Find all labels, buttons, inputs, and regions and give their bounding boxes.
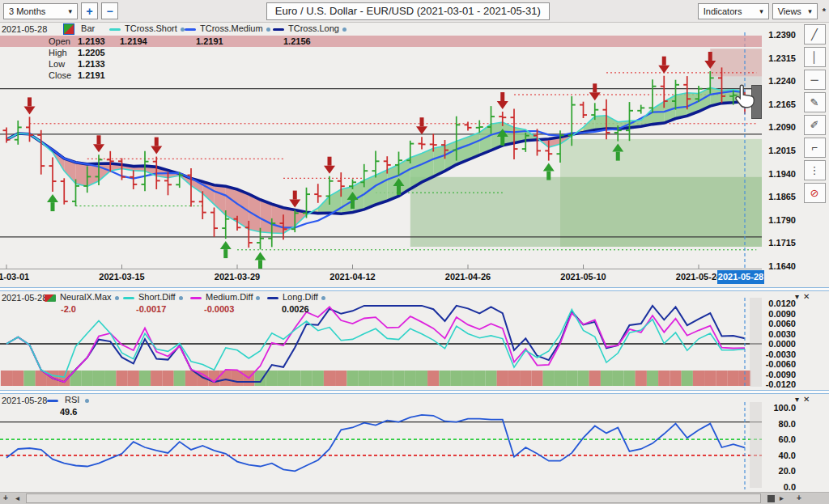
date-tick: 2021-04-26 (445, 272, 491, 282)
close-panel-icon[interactable]: ✕ (803, 292, 810, 301)
collapse-panel-icon[interactable]: ▾ (795, 395, 799, 404)
collapse-panel-icon[interactable]: ▾ (795, 292, 799, 301)
selected-date-badge: 2021-05-28 (717, 270, 764, 284)
settings-dot-icon[interactable] (115, 296, 119, 300)
settings-dot-icon[interactable] (256, 296, 260, 300)
series-label: Short.Diff (138, 292, 176, 302)
series-label: TCross.Medium (200, 23, 263, 33)
scroll-add-button-right[interactable]: + (797, 493, 801, 504)
ohlc-label-close: Close (49, 70, 71, 80)
marker-tool[interactable]: ✐ (804, 115, 826, 135)
more-tools[interactable]: ⋮ (804, 160, 826, 180)
series-value: 1.2191 (196, 36, 223, 46)
legend-item-tcross.medium[interactable]: TCross.Medium (185, 23, 270, 33)
scroll-left-arrow[interactable]: ◂ (15, 493, 19, 504)
date-axis[interactable]: 2021-05-28 2021-03-012021-03-152021-03-2… (0, 269, 762, 287)
legend-item-tcross.short[interactable]: TCross.Short (109, 23, 185, 33)
oscillator-tick: 0.0120 (762, 299, 796, 308)
angle-line-tool[interactable]: ⌐ (804, 138, 826, 158)
horizontal-scrollbar-thumb[interactable] (26, 493, 761, 503)
rsi-panel[interactable]: 2021-05-28 RSI 49.6 100.080.060.040.020.… (0, 394, 829, 492)
series-value: 0.0026 (282, 304, 309, 314)
legend-item-neuralx.max[interactable]: NeuralX.Max (45, 292, 119, 302)
ohlc-value-close: 1.2191 (78, 70, 105, 80)
settings-dot-icon[interactable] (266, 28, 270, 32)
rsi-axis[interactable]: 100.080.060.040.020.00.0 (762, 394, 797, 492)
settings-dot-icon[interactable] (321, 296, 325, 300)
rsi-tick: 20.0 (762, 466, 796, 476)
series-label: NeuralX.Max (60, 292, 112, 302)
chart-title: Euro / U.S. Dollar - EUR/USD (2021-03-01… (266, 2, 550, 20)
neuralx-icon (45, 294, 56, 302)
trading-app: 3 Months ▾ + − Euro / U.S. Dollar - EUR/… (0, 0, 829, 504)
indicators-dropdown[interactable]: Indicators ▾ (698, 3, 769, 19)
rsi-line-icon (47, 400, 58, 402)
line-tool[interactable]: ╱ (804, 24, 826, 44)
rsi-canvas[interactable] (0, 394, 829, 492)
top-toolbar: 3 Months ▾ + − Euro / U.S. Dollar - EUR/… (0, 0, 829, 23)
rsi-tick: 0.0 (762, 482, 796, 492)
horizontal-scrollbar[interactable]: + ◂ ▸ + (0, 492, 829, 504)
price-chart-canvas[interactable] (0, 23, 829, 287)
rsi-tick: 60.0 (762, 434, 796, 444)
close-panel-icon[interactable]: ✕ (803, 395, 810, 404)
rsi-legend[interactable]: RSI (47, 395, 89, 404)
mid-legend-date: 2021-05-28 (2, 293, 47, 303)
ohlc-value-low: 1.2133 (78, 59, 105, 69)
date-tick: 2021-03-01 (0, 272, 29, 282)
price-tick: 1.2240 (762, 76, 796, 86)
price-tick: 1.1865 (762, 192, 796, 201)
vertical-line-tool[interactable]: │ (804, 47, 826, 67)
series-line-icon (273, 28, 284, 31)
settings-dot-icon[interactable] (179, 296, 183, 300)
oscillator-axis[interactable]: 0.01200.00900.00600.00300.0000-0.0030-0.… (762, 291, 797, 390)
date-tick: 2021-05-24 (676, 272, 721, 282)
price-chart-panel[interactable]: 2021-05-28 Bar TCross.Short1.2194TCross.… (0, 23, 829, 287)
neuralx-canvas[interactable] (0, 291, 829, 390)
ohlc-highlight-row (0, 36, 762, 47)
settings-dot-icon[interactable] (85, 399, 89, 403)
series-value: -2.0 (61, 304, 76, 314)
price-tick: 1.2090 (762, 122, 796, 132)
rsi-tick: 100.0 (762, 403, 796, 413)
price-tick: 1.1940 (762, 169, 796, 179)
legend-item-long.diff[interactable]: Long.Diff (267, 292, 325, 302)
zoom-in-button[interactable]: + (81, 2, 98, 19)
oscillator-tick: 0.0030 (762, 329, 796, 339)
series-label: Medium.Diff (206, 292, 253, 302)
scroll-stop-icon[interactable] (767, 495, 775, 502)
erase-tool[interactable]: ⊘ (804, 183, 826, 203)
ohlc-label-open: Open (49, 36, 70, 46)
zoom-out-button[interactable]: − (101, 2, 118, 19)
legend-item-medium.diff[interactable]: Medium.Diff (190, 292, 260, 302)
series-label: TCross.Short (125, 23, 177, 33)
price-tick: 1.2015 (762, 146, 796, 155)
legend-item-short.diff[interactable]: Short.Diff (123, 292, 183, 302)
oscillator-tick: -0.0060 (762, 359, 796, 369)
ohlc-label-low: Low (49, 59, 65, 69)
price-tick: 1.2165 (762, 100, 796, 109)
scroll-add-button[interactable]: + (3, 493, 8, 504)
views-dropdown[interactable]: Views ▾ (772, 3, 818, 19)
drawing-toolbar: ╱│─✎✐⌐⋮⊘ (801, 24, 828, 203)
series-value: 1.2194 (120, 36, 147, 46)
rsi-label: RSI (65, 395, 79, 404)
time-range-select[interactable]: 3 Months ▾ (3, 3, 78, 19)
bar-series-icon (63, 23, 74, 35)
settings-dot-icon[interactable] (342, 28, 346, 32)
horizontal-line-tool[interactable]: ─ (804, 70, 826, 90)
price-tick: 1.1790 (762, 215, 796, 225)
neuralx-panel[interactable]: 2021-05-28 NeuralX.Max-2.0Short.Diff-0.0… (0, 291, 829, 390)
price-axis[interactable]: 1.23901.23151.22401.21651.20901.20151.19… (762, 23, 797, 287)
series-value: 1.2156 (283, 36, 311, 46)
bar-series-legend[interactable]: Bar (63, 23, 95, 35)
series-value: -0.0003 (204, 304, 234, 314)
legend-item-tcross.long[interactable]: TCross.Long (273, 23, 346, 33)
rsi-value: 49.6 (60, 407, 77, 417)
series-line-icon (267, 297, 278, 299)
series-label: Long.Diff (283, 292, 318, 302)
scroll-right-arrow[interactable]: ▸ (780, 493, 784, 504)
pencil-off-tool[interactable]: ✎ (804, 92, 826, 112)
series-line-icon (185, 28, 196, 31)
rsi-tick: 40.0 (762, 451, 796, 460)
